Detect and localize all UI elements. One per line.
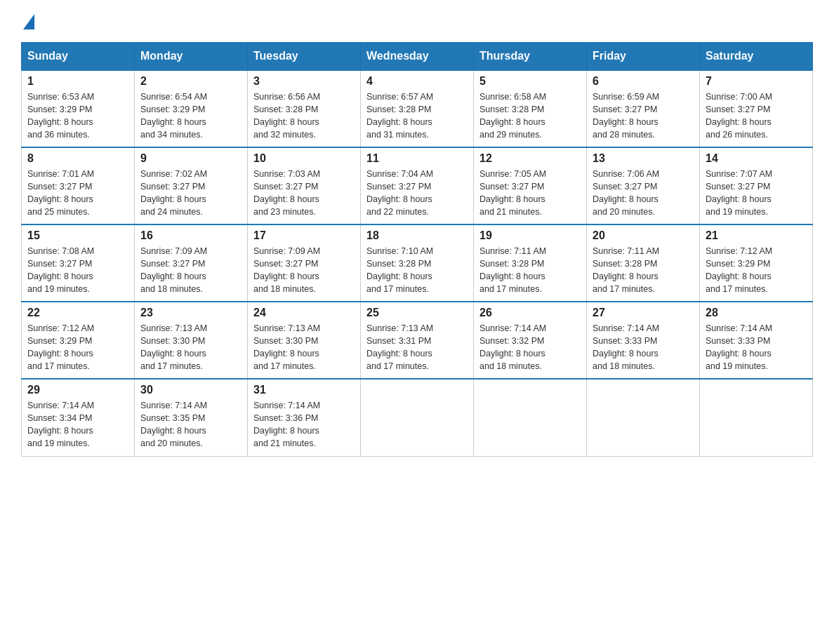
calendar-week-row: 22 Sunrise: 7:12 AMSunset: 3:29 PMDaylig… [22, 302, 813, 379]
day-number: 25 [366, 307, 468, 319]
calendar-cell: 19 Sunrise: 7:11 AMSunset: 3:28 PMDaylig… [474, 224, 587, 302]
calendar-cell: 13 Sunrise: 7:06 AMSunset: 3:27 PMDaylig… [587, 147, 700, 224]
day-number: 13 [593, 152, 694, 165]
weekday-header-thursday: Thursday [474, 43, 587, 71]
day-number: 29 [27, 384, 128, 396]
calendar-table: SundayMondayTuesdayWednesdayThursdayFrid… [21, 42, 813, 457]
day-number: 30 [140, 384, 241, 396]
calendar-cell: 27 Sunrise: 7:14 AMSunset: 3:33 PMDaylig… [587, 302, 700, 379]
calendar-cell: 29 Sunrise: 7:14 AMSunset: 3:34 PMDaylig… [22, 379, 135, 456]
day-number: 6 [593, 75, 694, 88]
calendar-cell: 1 Sunrise: 6:53 AMSunset: 3:29 PMDayligh… [22, 70, 135, 147]
day-number: 26 [479, 307, 581, 319]
day-info: Sunrise: 7:11 AMSunset: 3:28 PMDaylight:… [593, 245, 694, 296]
calendar-week-row: 29 Sunrise: 7:14 AMSunset: 3:34 PMDaylig… [22, 379, 813, 456]
calendar-cell: 25 Sunrise: 7:13 AMSunset: 3:31 PMDaylig… [361, 302, 474, 379]
day-number: 24 [253, 307, 355, 319]
day-number: 5 [479, 75, 581, 88]
logo [21, 14, 34, 28]
calendar-cell: 18 Sunrise: 7:10 AMSunset: 3:28 PMDaylig… [361, 224, 474, 302]
day-info: Sunrise: 7:09 AMSunset: 3:27 PMDaylight:… [140, 245, 241, 296]
day-info: Sunrise: 7:14 AMSunset: 3:33 PMDaylight:… [706, 322, 807, 373]
day-number: 28 [706, 307, 807, 319]
day-info: Sunrise: 7:06 AMSunset: 3:27 PMDaylight:… [593, 168, 694, 219]
calendar-cell: 15 Sunrise: 7:08 AMSunset: 3:27 PMDaylig… [22, 224, 135, 302]
calendar-cell: 10 Sunrise: 7:03 AMSunset: 3:27 PMDaylig… [248, 147, 361, 224]
calendar-cell: 12 Sunrise: 7:05 AMSunset: 3:27 PMDaylig… [474, 147, 587, 224]
calendar-cell: 24 Sunrise: 7:13 AMSunset: 3:30 PMDaylig… [248, 302, 361, 379]
day-number: 16 [140, 229, 241, 242]
day-info: Sunrise: 7:13 AMSunset: 3:30 PMDaylight:… [253, 322, 355, 373]
day-info: Sunrise: 7:14 AMSunset: 3:35 PMDaylight:… [140, 399, 241, 450]
calendar-cell [700, 379, 813, 456]
day-number: 1 [27, 75, 128, 88]
day-info: Sunrise: 7:14 AMSunset: 3:36 PMDaylight:… [253, 399, 355, 450]
day-number: 2 [140, 75, 241, 88]
calendar-cell: 16 Sunrise: 7:09 AMSunset: 3:27 PMDaylig… [135, 224, 248, 302]
day-number: 8 [27, 152, 128, 165]
calendar-week-row: 8 Sunrise: 7:01 AMSunset: 3:27 PMDayligh… [22, 147, 813, 224]
calendar-cell: 21 Sunrise: 7:12 AMSunset: 3:29 PMDaylig… [700, 224, 813, 302]
day-number: 17 [253, 229, 355, 242]
day-info: Sunrise: 6:59 AMSunset: 3:27 PMDaylight:… [593, 90, 694, 142]
calendar-cell: 28 Sunrise: 7:14 AMSunset: 3:33 PMDaylig… [700, 302, 813, 379]
day-info: Sunrise: 6:53 AMSunset: 3:29 PMDaylight:… [27, 90, 128, 142]
calendar-cell [474, 379, 587, 456]
day-number: 21 [706, 229, 807, 242]
day-number: 22 [27, 307, 128, 319]
calendar-cell: 3 Sunrise: 6:56 AMSunset: 3:28 PMDayligh… [248, 70, 361, 147]
day-number: 12 [479, 152, 581, 165]
page-header [21, 14, 813, 28]
calendar-cell: 20 Sunrise: 7:11 AMSunset: 3:28 PMDaylig… [587, 224, 700, 302]
day-info: Sunrise: 7:07 AMSunset: 3:27 PMDaylight:… [706, 168, 807, 219]
day-info: Sunrise: 7:13 AMSunset: 3:30 PMDaylight:… [140, 322, 241, 373]
day-number: 9 [140, 152, 241, 165]
day-number: 19 [479, 229, 581, 242]
calendar-cell: 11 Sunrise: 7:04 AMSunset: 3:27 PMDaylig… [361, 147, 474, 224]
day-info: Sunrise: 6:58 AMSunset: 3:28 PMDaylight:… [479, 90, 581, 142]
weekday-header-tuesday: Tuesday [248, 43, 361, 71]
weekday-header-row: SundayMondayTuesdayWednesdayThursdayFrid… [22, 43, 813, 71]
day-number: 10 [253, 152, 355, 165]
day-number: 14 [706, 152, 807, 165]
day-info: Sunrise: 7:11 AMSunset: 3:28 PMDaylight:… [479, 245, 581, 296]
calendar-cell: 14 Sunrise: 7:07 AMSunset: 3:27 PMDaylig… [700, 147, 813, 224]
calendar-cell: 9 Sunrise: 7:02 AMSunset: 3:27 PMDayligh… [135, 147, 248, 224]
calendar-cell [587, 379, 700, 456]
day-info: Sunrise: 6:54 AMSunset: 3:29 PMDaylight:… [140, 90, 241, 142]
day-info: Sunrise: 7:08 AMSunset: 3:27 PMDaylight:… [27, 245, 128, 296]
calendar-cell: 4 Sunrise: 6:57 AMSunset: 3:28 PMDayligh… [361, 70, 474, 147]
calendar-cell: 8 Sunrise: 7:01 AMSunset: 3:27 PMDayligh… [22, 147, 135, 224]
day-info: Sunrise: 7:14 AMSunset: 3:32 PMDaylight:… [479, 322, 581, 373]
day-number: 11 [366, 152, 468, 165]
logo-triangle-icon [23, 14, 34, 29]
day-info: Sunrise: 7:04 AMSunset: 3:27 PMDaylight:… [366, 168, 468, 219]
calendar-cell: 23 Sunrise: 7:13 AMSunset: 3:30 PMDaylig… [135, 302, 248, 379]
weekday-header-monday: Monday [135, 43, 248, 71]
calendar-cell: 30 Sunrise: 7:14 AMSunset: 3:35 PMDaylig… [135, 379, 248, 456]
calendar-cell: 17 Sunrise: 7:09 AMSunset: 3:27 PMDaylig… [248, 224, 361, 302]
day-number: 7 [706, 75, 807, 88]
weekday-header-wednesday: Wednesday [361, 43, 474, 71]
day-info: Sunrise: 7:14 AMSunset: 3:34 PMDaylight:… [27, 399, 128, 450]
calendar-cell: 31 Sunrise: 7:14 AMSunset: 3:36 PMDaylig… [248, 379, 361, 456]
day-number: 18 [366, 229, 468, 242]
day-number: 3 [253, 75, 355, 88]
day-info: Sunrise: 7:02 AMSunset: 3:27 PMDaylight:… [140, 168, 241, 219]
day-info: Sunrise: 7:14 AMSunset: 3:33 PMDaylight:… [593, 322, 694, 373]
weekday-header-saturday: Saturday [700, 43, 813, 71]
calendar-cell: 7 Sunrise: 7:00 AMSunset: 3:27 PMDayligh… [700, 70, 813, 147]
calendar-cell: 5 Sunrise: 6:58 AMSunset: 3:28 PMDayligh… [474, 70, 587, 147]
day-info: Sunrise: 7:03 AMSunset: 3:27 PMDaylight:… [253, 168, 355, 219]
calendar-cell: 2 Sunrise: 6:54 AMSunset: 3:29 PMDayligh… [135, 70, 248, 147]
calendar-week-row: 1 Sunrise: 6:53 AMSunset: 3:29 PMDayligh… [22, 70, 813, 147]
day-info: Sunrise: 7:09 AMSunset: 3:27 PMDaylight:… [253, 245, 355, 296]
day-info: Sunrise: 7:12 AMSunset: 3:29 PMDaylight:… [27, 322, 128, 373]
day-number: 15 [27, 229, 128, 242]
day-info: Sunrise: 6:56 AMSunset: 3:28 PMDaylight:… [253, 90, 355, 142]
day-info: Sunrise: 7:01 AMSunset: 3:27 PMDaylight:… [27, 168, 128, 219]
day-number: 27 [593, 307, 694, 319]
calendar-cell: 6 Sunrise: 6:59 AMSunset: 3:27 PMDayligh… [587, 70, 700, 147]
day-info: Sunrise: 7:00 AMSunset: 3:27 PMDaylight:… [706, 90, 807, 142]
day-number: 20 [593, 229, 694, 242]
